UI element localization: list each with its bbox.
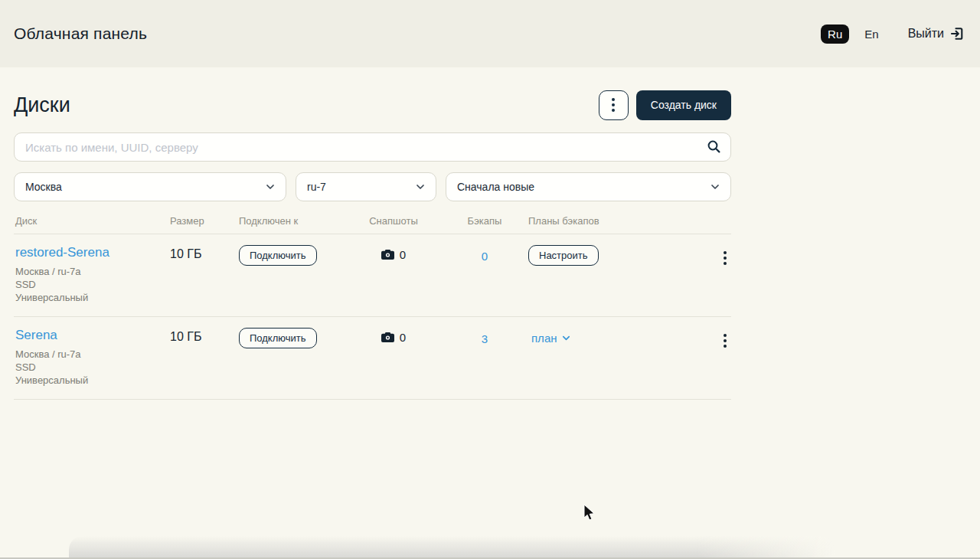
app-title: Облачная панель xyxy=(14,25,147,43)
disk-class: Универсальный xyxy=(15,291,168,304)
col-attached: Подключен к xyxy=(237,215,345,227)
kebab-vertical-icon xyxy=(724,251,727,254)
configure-plan-button[interactable]: Настроить xyxy=(528,245,599,266)
backups-cell: 3 xyxy=(443,328,527,387)
col-size: Размер xyxy=(168,215,237,227)
disk-location: Москва / ru-7a xyxy=(15,348,168,361)
table-row: restored-Serena Москва / ru-7a SSD Униве… xyxy=(14,234,731,317)
backup-plan-cell: Настроить xyxy=(527,245,717,304)
lang-ru-button[interactable]: Ru xyxy=(821,25,849,44)
disk-cell: Serena Москва / ru-7a SSD Универсальный xyxy=(14,328,168,387)
pool-select-value: ru-7 xyxy=(307,181,326,193)
camera-icon xyxy=(381,332,394,343)
sort-select-value: Сначала новые xyxy=(457,181,534,193)
logout-icon xyxy=(949,26,965,41)
disk-size: 10 ГБ xyxy=(168,328,237,387)
row-actions-cell xyxy=(717,245,731,304)
snapshot-count: 0 xyxy=(400,331,406,344)
backup-count-link[interactable]: 0 xyxy=(482,245,488,263)
col-disk: Диск xyxy=(14,215,168,227)
disk-class: Универсальный xyxy=(15,374,168,387)
disk-size: 10 ГБ xyxy=(168,245,237,304)
row-kebab-menu[interactable] xyxy=(718,245,731,265)
col-snapshots: Снапшоты xyxy=(345,215,443,227)
lang-en-button[interactable]: En xyxy=(864,28,878,41)
logout-label: Выйти xyxy=(908,27,944,41)
plan-dropdown[interactable]: план xyxy=(531,328,717,345)
attach-cell: Подключить xyxy=(237,328,345,387)
attach-button[interactable]: Подключить xyxy=(239,328,317,348)
page-title: Диски xyxy=(14,93,70,117)
region-select-value: Москва xyxy=(25,181,62,193)
kebab-vertical-icon xyxy=(724,334,727,337)
search-input[interactable] xyxy=(14,132,731,162)
page-title-row: Диски Создать диск xyxy=(14,89,731,121)
disk-location: Москва / ru-7a xyxy=(15,265,168,278)
create-disk-button[interactable]: Создать диск xyxy=(636,90,731,120)
region-select[interactable]: Москва xyxy=(14,172,286,201)
backups-cell: 0 xyxy=(443,245,527,304)
sort-select[interactable]: Сначала новые xyxy=(446,172,731,201)
snapshots-cell: 0 xyxy=(345,245,443,304)
disk-name-link[interactable]: restored-Serena xyxy=(15,245,168,260)
disk-name-link[interactable]: Serena xyxy=(15,328,168,343)
attach-button[interactable]: Подключить xyxy=(239,245,317,266)
search-bar xyxy=(14,132,731,162)
filters-row: Москва ru-7 Сначала новые xyxy=(14,172,731,201)
disk-type: SSD xyxy=(15,361,168,374)
kebab-vertical-icon xyxy=(612,98,615,101)
chevron-down-icon xyxy=(415,181,426,192)
row-kebab-menu[interactable] xyxy=(718,328,731,348)
col-backup-plans: Планы бэкапов xyxy=(527,215,717,227)
title-actions: Создать диск xyxy=(599,90,731,120)
bottom-sheet-shadow xyxy=(69,536,835,557)
mouse-cursor xyxy=(583,504,596,525)
more-actions-button[interactable] xyxy=(599,90,629,120)
table-row: Serena Москва / ru-7a SSD Универсальный … xyxy=(14,317,731,400)
search-icon[interactable] xyxy=(706,139,722,158)
disk-cell: restored-Serena Москва / ru-7a SSD Униве… xyxy=(14,245,168,304)
attach-cell: Подключить xyxy=(237,245,345,304)
backup-count-link[interactable]: 3 xyxy=(482,328,488,345)
pool-select[interactable]: ru-7 xyxy=(296,172,436,201)
camera-icon xyxy=(381,249,394,260)
header-actions: Ru En Выйти xyxy=(821,25,965,44)
col-backups: Бэкапы xyxy=(443,215,527,227)
snapshot-count: 0 xyxy=(400,248,406,261)
chevron-down-icon xyxy=(561,333,571,343)
chevron-down-icon xyxy=(710,181,720,192)
app-header: Облачная панель Ru En Выйти xyxy=(0,0,980,67)
chevron-down-icon xyxy=(265,181,276,192)
snapshots-cell: 0 xyxy=(345,328,443,387)
plan-dropdown-label: план xyxy=(531,332,557,345)
main-content: Диски Создать диск Москва ru-7 xyxy=(0,67,731,400)
table-header: Диск Размер Подключен к Снапшоты Бэкапы … xyxy=(14,215,731,234)
logout-button[interactable]: Выйти xyxy=(908,26,965,41)
disk-type: SSD xyxy=(15,278,168,291)
backup-plan-cell: план xyxy=(527,328,717,387)
row-actions-cell xyxy=(717,328,731,387)
